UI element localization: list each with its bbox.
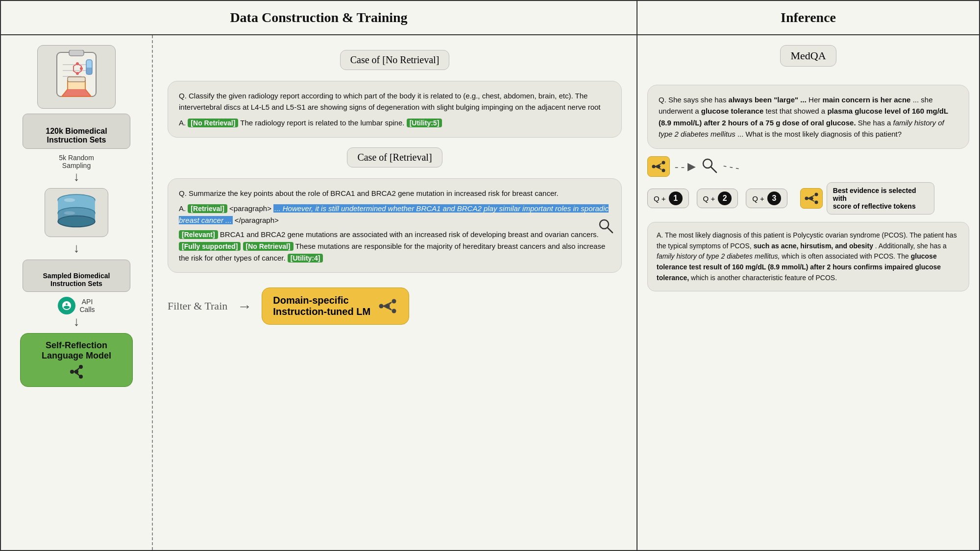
sampled-label: Sampled Biomedical Instruction Sets	[23, 260, 130, 292]
svg-line-49	[711, 167, 716, 172]
retrieval-header-wrapper: Case of [Retrieval]	[168, 147, 622, 173]
step-num-1: 1	[669, 192, 683, 205]
self-reflection-box: Self-Reflection Language Model	[20, 333, 133, 387]
svg-point-10	[80, 67, 83, 70]
relevant-tag: [Relevant]	[179, 230, 218, 239]
answer-card: A. The most likely diagnosis of this pat…	[647, 222, 969, 291]
left-panel: 120k Biomedical Instruction Sets 5k Rand…	[1, 35, 153, 550]
api-label: API Calls	[79, 298, 95, 313]
no-retrieval-tag: [No Retrieval]	[188, 119, 238, 127]
api-arrow-group: API Calls ↓	[58, 297, 95, 328]
retrieval-q-text: Q. Summarize the key points about the ro…	[179, 188, 611, 199]
main-container: Data Construction & Training Inference	[0, 0, 980, 551]
q-step-1: Q + 1	[647, 189, 689, 208]
utility-tag-no: [Utility:5]	[407, 119, 442, 127]
database-icon-box	[45, 188, 108, 237]
q-step-3: Q + 3	[746, 189, 787, 208]
domain-lm-box: Domain-specific Instruction-tuned LM	[262, 287, 409, 325]
svg-rect-6	[68, 77, 85, 82]
best-evidence-box: Best evidence is selected with score of …	[827, 182, 934, 215]
left-to-middle-arrow-area: Case of [No Retrieval] Q. Classify the g…	[168, 45, 622, 138]
search-icon-inference	[701, 157, 718, 176]
arrow-right: →	[237, 298, 252, 314]
retrieval-title: Case of [Retrieval]	[347, 147, 442, 168]
medqa-question-text: Q. She says she has always been "large" …	[659, 94, 958, 140]
retrieval-tag: [Retrieval]	[188, 204, 227, 213]
svg-point-52	[814, 201, 818, 204]
svg-line-31	[608, 228, 612, 233]
best-evidence-group: Best evidence is selected with score of …	[800, 182, 934, 215]
arrow-down-3: ↓	[74, 315, 80, 328]
svg-point-43	[662, 169, 665, 172]
network-svg	[67, 364, 86, 380]
dashed-arrow-2: - - -	[722, 159, 740, 174]
header-right: Inference	[637, 1, 979, 34]
step-num-3: 3	[767, 192, 781, 205]
right-panel: MedQA Q. She says she has always been "l…	[637, 35, 979, 550]
svg-point-20	[64, 211, 75, 215]
medqa-header-wrapper: MedQA	[647, 45, 969, 72]
sampling-label: 5k Random Sampling	[59, 154, 94, 169]
middle-panel: Case of [No Retrieval] Q. Classify the g…	[153, 35, 637, 550]
database-icon	[51, 191, 102, 235]
svg-point-41	[652, 165, 656, 168]
lab-icon	[47, 50, 106, 104]
api-row: API Calls	[58, 297, 95, 314]
search-icon	[598, 218, 614, 238]
dashed-arrow-1: - - ▶	[675, 160, 696, 173]
gpt-icon	[58, 297, 75, 314]
retrieval-card: Q. Summarize the key points about the ro…	[168, 178, 622, 273]
svg-point-33	[392, 299, 396, 304]
svg-point-18	[58, 216, 95, 227]
svg-point-9	[76, 62, 79, 65]
retrieval-section: Case of [Retrieval] Q. Summarize the key…	[168, 147, 622, 273]
arrow-down-2: ↓	[74, 242, 80, 255]
no-retrieval-text: Q. Classify the given radiology report a…	[179, 90, 611, 113]
header-left: Data Construction & Training	[1, 1, 637, 34]
no-retrieval-tag2: [No Retrieval]	[243, 242, 294, 251]
q-step-2: Q + 2	[697, 189, 738, 208]
retrieval-answer: A. [Retrieval] <paragraph> ... However, …	[179, 203, 611, 226]
node-icon-2	[800, 188, 823, 209]
inference-steps-row: - - ▶ - - -	[647, 156, 969, 177]
svg-point-50	[805, 197, 808, 200]
svg-point-42	[662, 161, 665, 165]
no-retrieval-header-wrapper: Case of [No Retrieval]	[168, 50, 622, 76]
instruction-sets-label: 120k Biomedical Instruction Sets	[23, 114, 130, 149]
svg-rect-13	[86, 68, 92, 74]
svg-point-21	[70, 370, 74, 374]
svg-point-11	[76, 72, 79, 75]
node-icon-1	[647, 156, 670, 177]
no-retrieval-section: Case of [No Retrieval] Q. Classify the g…	[168, 50, 622, 138]
left-header-title: Data Construction & Training	[230, 10, 407, 25]
no-retrieval-card: Q. Classify the given radiology report a…	[168, 81, 622, 138]
no-retrieval-title: Case of [No Retrieval]	[340, 50, 450, 70]
medqa-question-card: Q. She says she has always been "large" …	[647, 85, 969, 149]
filter-train-row: Filter & Train → Domain-specific Instruc…	[168, 287, 622, 325]
filter-label: Filter & Train	[168, 300, 227, 312]
svg-point-51	[814, 193, 818, 196]
arrow-down-1: ↓	[74, 170, 80, 183]
svg-point-34	[392, 309, 396, 313]
right-header-title: Inference	[781, 10, 836, 25]
sampling-arrow-group: 5k Random Sampling ↓	[59, 154, 94, 183]
svg-point-32	[379, 304, 384, 309]
lab-icon-box	[37, 45, 116, 109]
lm-network-icon	[377, 297, 398, 315]
header-row: Data Construction & Training Inference	[1, 1, 979, 35]
svg-rect-1	[69, 50, 84, 56]
utility-tag-ret: [Utility:4]	[288, 254, 323, 263]
medqa-title: MedQA	[780, 45, 836, 67]
svg-point-19	[64, 198, 75, 202]
fully-supported-tag: [Fully supported]	[179, 242, 241, 251]
q-steps-row: Q + 1 Q + 2 Q + 3	[647, 182, 969, 215]
no-retrieval-answer: A. [No Retrieval] The radiology report i…	[179, 117, 611, 129]
content-row: 120k Biomedical Instruction Sets 5k Rand…	[1, 35, 979, 550]
step-num-2: 2	[718, 192, 732, 205]
retrieval-relevant: [Relevant] BRCA1 and BRCA2 gene mutation…	[179, 229, 611, 264]
